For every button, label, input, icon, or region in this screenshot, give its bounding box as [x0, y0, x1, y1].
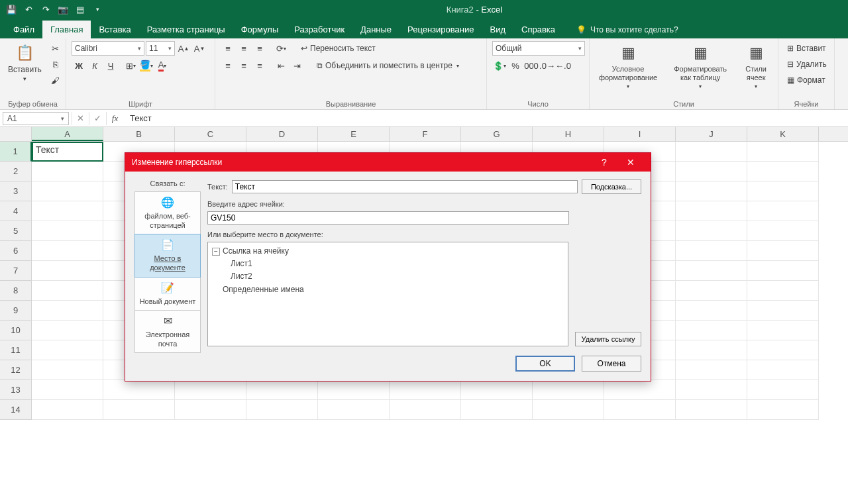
- cell[interactable]: [747, 241, 819, 261]
- col-header[interactable]: C: [175, 127, 246, 141]
- tab-page-layout[interactable]: Разметка страницы: [139, 21, 233, 38]
- cell[interactable]: [676, 142, 747, 162]
- copy-icon[interactable]: ⎘: [48, 57, 63, 72]
- cell[interactable]: [676, 380, 747, 400]
- linkto-place-in-doc[interactable]: 📄Место в документе: [134, 234, 201, 277]
- cancel-formula-icon[interactable]: ✕: [72, 112, 89, 125]
- col-header[interactable]: D: [246, 127, 318, 141]
- col-header[interactable]: E: [318, 127, 390, 141]
- cell[interactable]: [747, 162, 819, 181]
- tab-data[interactable]: Данные: [352, 21, 399, 38]
- italic-button[interactable]: К: [87, 58, 102, 73]
- decrease-decimal-icon[interactable]: ←.0: [556, 58, 570, 73]
- dialog-titlebar[interactable]: Изменение гиперссылки ? ✕: [125, 153, 651, 172]
- place-tree[interactable]: −Ссылка на ячейку Лист1 Лист2 Определенн…: [207, 242, 568, 346]
- undo-icon[interactable]: ↶: [21, 2, 36, 17]
- row-header[interactable]: 8: [0, 281, 32, 301]
- row-header[interactable]: 14: [0, 400, 32, 420]
- cell[interactable]: Текст: [32, 142, 103, 162]
- increase-font-icon[interactable]: A▲: [176, 41, 191, 56]
- align-middle-icon[interactable]: ≡: [237, 41, 251, 56]
- row-header[interactable]: 6: [0, 241, 32, 261]
- col-header[interactable]: G: [461, 127, 533, 141]
- camera-icon[interactable]: 📷: [56, 2, 70, 17]
- cell[interactable]: [318, 400, 390, 420]
- conditional-formatting-button[interactable]: ▦Условное форматирование▾: [595, 41, 661, 91]
- col-header[interactable]: F: [390, 127, 461, 141]
- row-header[interactable]: 13: [0, 380, 32, 400]
- tree-node-defined-names[interactable]: Определенные имена: [212, 283, 564, 296]
- cell[interactable]: [604, 400, 676, 420]
- cell[interactable]: [175, 400, 246, 420]
- col-header[interactable]: H: [533, 127, 604, 141]
- cell[interactable]: [32, 241, 103, 261]
- align-bottom-icon[interactable]: ≡: [252, 41, 267, 56]
- borders-icon[interactable]: ⊞▾: [123, 58, 138, 73]
- decrease-font-icon[interactable]: A▼: [192, 41, 207, 56]
- cell[interactable]: [32, 221, 103, 241]
- linkto-file-web[interactable]: 🌐файлом, веб-страницей: [134, 191, 201, 234]
- currency-icon[interactable]: 💲▾: [492, 58, 507, 73]
- cell[interactable]: [318, 380, 390, 400]
- font-color-icon[interactable]: A▾: [155, 58, 170, 73]
- increase-indent-icon[interactable]: ⇥: [290, 58, 304, 73]
- cell[interactable]: [676, 162, 747, 181]
- cell[interactable]: [103, 380, 175, 400]
- insert-cells-button[interactable]: ⊞Вставит: [784, 41, 829, 56]
- cell[interactable]: [390, 400, 461, 420]
- cut-icon[interactable]: ✂: [48, 41, 63, 56]
- select-all-corner[interactable]: [0, 127, 32, 141]
- cell[interactable]: [32, 201, 103, 221]
- tree-node-sheet2[interactable]: Лист2: [212, 270, 564, 283]
- bold-button[interactable]: Ж: [72, 58, 86, 73]
- screentip-button[interactable]: Подсказка...: [582, 179, 641, 194]
- tab-file[interactable]: Файл: [5, 21, 42, 38]
- decrease-indent-icon[interactable]: ⇤: [274, 58, 288, 73]
- format-cells-button[interactable]: ▦Формат: [784, 73, 829, 87]
- cell[interactable]: [461, 400, 533, 420]
- cell[interactable]: [747, 340, 819, 360]
- name-box[interactable]: A1 ▾: [3, 112, 69, 125]
- format-as-table-button[interactable]: ▦Форматировать как таблицу▾: [666, 41, 734, 91]
- cell[interactable]: [32, 261, 103, 281]
- orientation-icon[interactable]: ⟳▾: [274, 41, 288, 56]
- cell[interactable]: [747, 321, 819, 340]
- col-header[interactable]: A: [32, 127, 103, 141]
- cell[interactable]: [103, 400, 175, 420]
- new-sheet-icon[interactable]: ▤: [73, 2, 87, 17]
- wrap-text-button[interactable]: ↩Переносить текст: [297, 41, 379, 56]
- row-header[interactable]: 12: [0, 360, 32, 380]
- cell[interactable]: [32, 380, 103, 400]
- tab-insert[interactable]: Вставка: [91, 21, 138, 38]
- underline-button[interactable]: Ч: [103, 58, 118, 73]
- cell[interactable]: [604, 380, 676, 400]
- row-header[interactable]: 4: [0, 201, 32, 221]
- cell[interactable]: [676, 261, 747, 281]
- cell[interactable]: [747, 301, 819, 321]
- cell[interactable]: [676, 400, 747, 420]
- cell[interactable]: [747, 261, 819, 281]
- cell[interactable]: [32, 281, 103, 301]
- linkto-email[interactable]: ✉Электронная почта: [134, 310, 201, 353]
- row-header[interactable]: 1: [0, 142, 32, 162]
- tab-view[interactable]: Вид: [482, 21, 513, 38]
- cell[interactable]: [32, 321, 103, 340]
- tab-developer[interactable]: Разработчик: [286, 21, 352, 38]
- save-icon[interactable]: 💾: [4, 2, 19, 17]
- paste-button[interactable]: 📋 Вставить ▾: [5, 41, 44, 83]
- cell[interactable]: [676, 241, 747, 261]
- cell[interactable]: [533, 400, 604, 420]
- tree-node-sheet1[interactable]: Лист1: [212, 258, 564, 270]
- cell[interactable]: [390, 380, 461, 400]
- collapse-icon[interactable]: −: [212, 248, 220, 256]
- fill-color-icon[interactable]: 🪣▾: [139, 58, 154, 73]
- row-header[interactable]: 3: [0, 181, 32, 201]
- row-header[interactable]: 5: [0, 221, 32, 241]
- cell[interactable]: [747, 380, 819, 400]
- font-size-combo[interactable]: 11▾: [146, 41, 175, 56]
- tree-node-cellref[interactable]: −Ссылка на ячейку: [212, 245, 564, 258]
- row-header[interactable]: 10: [0, 321, 32, 340]
- col-header[interactable]: J: [676, 127, 747, 141]
- tell-me[interactable]: 💡 Что вы хотите сделать?: [576, 25, 678, 38]
- align-top-icon[interactable]: ≡: [221, 41, 235, 56]
